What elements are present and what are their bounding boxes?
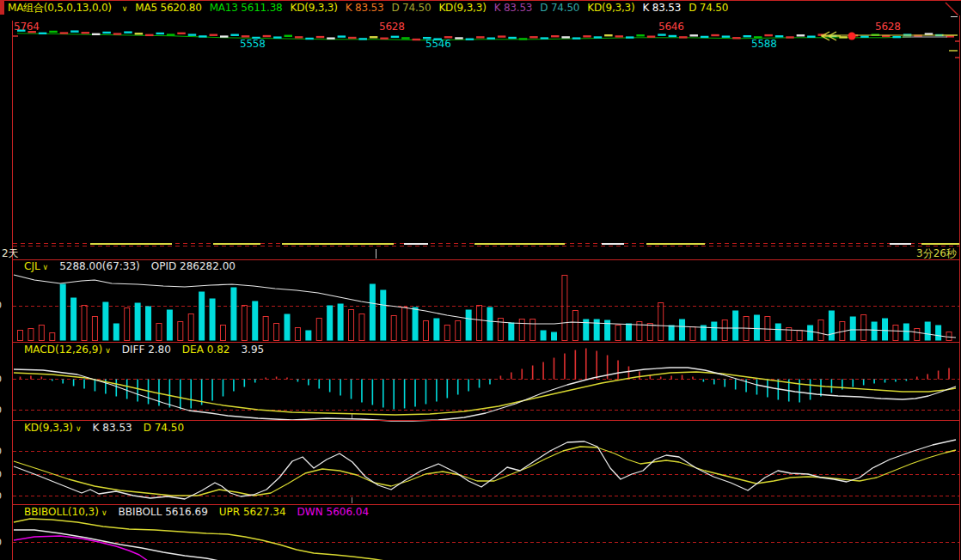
price-label: 5588 <box>751 38 777 50</box>
macd-panel-header: MACD(12,26,9)∨ DIFF 2.80 DEA 0.82 3.95 <box>24 344 264 356</box>
cjl-panel-header: CJL∨ 5288.00(67:33) OPID 286282.00 <box>24 260 236 272</box>
ma-combo-dropdown[interactable]: MA组合(0,5,0,13,0,0) <box>8 1 112 15</box>
chart-canvas <box>0 0 961 560</box>
kd-indicator-name[interactable]: KD(9,3,3) <box>24 422 73 434</box>
price-label: 5558 <box>240 38 266 50</box>
kd-d-value: D 74.50 <box>144 422 184 434</box>
price-label: 5546 <box>425 38 451 50</box>
chevron-down-icon[interactable]: ∨ <box>76 424 82 433</box>
bbiboll-upr-value: UPR 5627.34 <box>219 506 286 518</box>
chevron-down-icon[interactable]: ∨ <box>105 346 111 355</box>
macd-indicator-name[interactable]: MACD(12,26,9) <box>24 344 102 356</box>
bbiboll-panel-header: BBIBOLL(10,3)∨ BBIBOLL 5616.69 UPR 5627.… <box>24 506 369 518</box>
futures-trading-terminal: MA组合(0,5,0,13,0,0)∨MA5 5620.80MA13 5611.… <box>0 0 961 560</box>
countdown-timer: 3分26秒 <box>916 247 957 261</box>
indicator-reading: KD(9,3,3) <box>291 2 338 14</box>
bbiboll-mid-line <box>14 530 219 560</box>
price-label: 5646 <box>658 21 684 33</box>
kd-d-line <box>14 447 956 496</box>
kd-panel-header: KD(9,3,3)∨ K 83.53 D 74.50 <box>24 422 184 434</box>
kd-k-line <box>14 440 956 499</box>
bbiboll-upr-line <box>14 519 385 560</box>
indicator-top-bar: MA组合(0,5,0,13,0,0)∨MA5 5620.80MA13 5611.… <box>8 1 728 15</box>
axis-label-fragment: 0 <box>0 300 3 311</box>
axis-label-fragment: 0 <box>0 490 3 502</box>
axis-label-fragment: 0 <box>0 374 3 385</box>
macd-diff-line <box>14 368 956 421</box>
bbiboll-dwn-line <box>14 536 148 560</box>
chevron-down-icon[interactable]: ∨ <box>43 263 49 271</box>
indicator-reading: MA13 5611.38 <box>210 2 283 14</box>
bbiboll-indicator-dropdown[interactable]: BBIBOLL(10,3)∨ <box>24 506 107 518</box>
main-candle-strip <box>17 29 954 40</box>
axis-label-fragment: 0 <box>0 446 3 457</box>
cjl-value: 5288.00(67:33) <box>59 260 140 272</box>
cjl-indicator-dropdown[interactable]: CJL∨ <box>24 260 48 272</box>
kd-indicator-dropdown[interactable]: KD(9,3,3)∨ <box>24 422 82 434</box>
axis-label-fragment: 0 <box>0 469 3 480</box>
indicator-reading: K 83.53 <box>643 2 682 14</box>
left-edge-marker <box>0 0 4 15</box>
cjl-volume-bars <box>18 276 952 341</box>
indicator-reading: D 74.50 <box>391 2 431 14</box>
bbiboll-dwn-value: DWN 5606.04 <box>297 506 370 518</box>
indicator-reading: KD(9,3,3) <box>438 2 486 14</box>
price-arrow-icon <box>822 32 841 40</box>
chevron-down-icon[interactable]: ∨ <box>101 508 107 517</box>
chevron-down-icon[interactable]: ∨ <box>122 4 127 13</box>
bbiboll-mid-value: BBIBOLL 5616.69 <box>119 506 208 518</box>
macd-extra-value: 3.95 <box>241 344 264 356</box>
macd-diff-value: DIFF 2.80 <box>122 344 171 356</box>
indicator-reading: D 74.50 <box>540 2 579 14</box>
indicator-reading: MA5 5620.80 <box>135 2 201 14</box>
price-label: 5628 <box>875 21 901 33</box>
axis-label-fragment: 0 <box>0 537 3 548</box>
kd-k-value: K 83.53 <box>93 422 132 434</box>
macd-indicator-dropdown[interactable]: MACD(12,26,9)∨ <box>24 344 111 356</box>
bbiboll-indicator-name[interactable]: BBIBOLL(10,3) <box>24 506 99 518</box>
cjl-indicator-name[interactable]: CJL <box>24 260 40 272</box>
price-label: 5764 <box>14 21 40 33</box>
indicator-reading: D 74.50 <box>689 2 728 14</box>
indicator-reading: K 83.53 <box>494 2 533 14</box>
indicator-reading: K 83.53 <box>346 2 384 14</box>
period-selector[interactable]: 2天 <box>2 247 19 261</box>
price-label: 5628 <box>379 21 405 33</box>
current-price-marker <box>822 32 856 40</box>
macd-dea-value: DEA 0.82 <box>182 344 230 356</box>
indicator-reading: KD(9,3,3) <box>587 2 634 14</box>
axis-label-fragment: 0 <box>0 405 3 416</box>
macd-dea-line <box>14 372 956 415</box>
cjl-opid-value: OPID 286282.00 <box>151 260 236 272</box>
